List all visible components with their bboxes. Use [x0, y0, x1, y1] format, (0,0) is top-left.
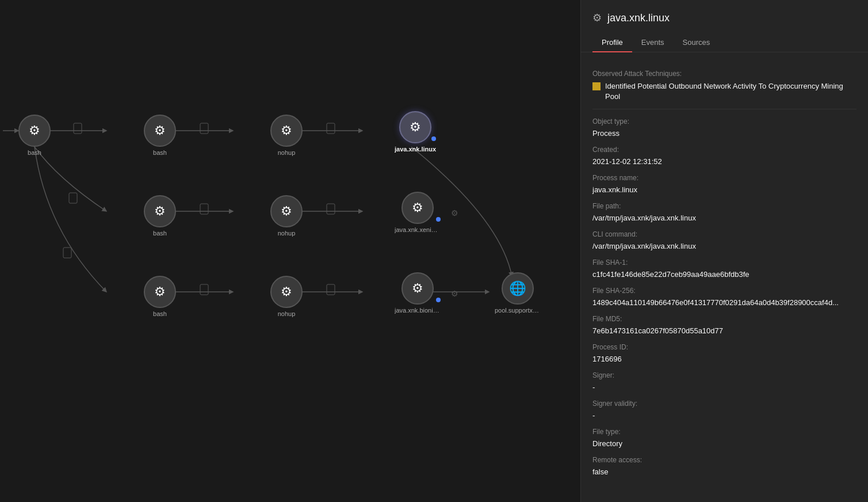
file-path-value: /var/tmp/java.xnk/java.xnk.linux — [592, 214, 856, 222]
node-circle-bash1: ⚙ — [18, 115, 51, 147]
panel-content: Observed Attack Techniques: Identified P… — [581, 52, 868, 502]
graph-area: ⚙ ⚙ ⚙ bash ⚙ bash ⚙ nohup ⚙ — [0, 0, 580, 502]
node-circle-pool-support: 🌐 — [502, 272, 534, 305]
node-bash4[interactable]: ⚙ bash — [144, 276, 176, 317]
gear-icon: ⚙ — [281, 123, 292, 138]
node-circle-bash4: ⚙ — [144, 276, 176, 308]
object-type-label: Object type: — [592, 117, 856, 126]
attack-badge — [592, 82, 601, 90]
node-bash2[interactable]: ⚙ bash — [144, 115, 176, 156]
file-type-label: File type: — [592, 428, 856, 436]
file-md5-value: 7e6b1473161ca0267f05870d55a10d77 — [592, 326, 856, 335]
svg-rect-9 — [327, 204, 335, 214]
tab-sources[interactable]: Sources — [674, 33, 720, 52]
process-id-value: 1716696 — [592, 355, 856, 363]
process-name-label: Process name: — [592, 174, 856, 182]
svg-rect-16 — [63, 248, 71, 258]
node-label-bash3: bash — [153, 230, 167, 237]
svg-text:⚙: ⚙ — [451, 289, 458, 298]
node-label-nohup2: nohup — [278, 230, 296, 237]
file-sha1-label: File SHA-1: — [592, 258, 856, 267]
graph-svg: ⚙ ⚙ — [0, 0, 580, 502]
file-sha256-label: File SHA-256: — [592, 287, 856, 295]
node-label-java-xnk-linux: java.xnk.linux — [395, 146, 436, 153]
node-label-bash1: bash — [28, 149, 41, 156]
node-bash1[interactable]: ⚙ bash — [18, 115, 51, 156]
svg-rect-3 — [200, 123, 208, 134]
gear-icon: ⚙ — [154, 284, 166, 299]
file-path-label: File path: — [592, 202, 856, 210]
panel-title: java.xnk.linux — [607, 12, 670, 24]
node-nohup3[interactable]: ⚙ nohup — [270, 276, 303, 317]
node-nohup2[interactable]: ⚙ nohup — [270, 195, 303, 237]
panel-title-row: ⚙ java.xnk.linux — [592, 12, 856, 24]
svg-rect-1 — [74, 123, 82, 134]
node-label-java-xnk-bionic: java.xnk.bionic...ionic — [395, 307, 441, 314]
node-circle-java-xnk-xenial: ⚙ — [402, 192, 434, 224]
gear-icon: ⚙ — [154, 204, 166, 219]
gear-icon: ⚙ — [281, 204, 292, 219]
side-panel: ⚙ java.xnk.linux Profile Events Sources … — [580, 0, 868, 502]
gear-icon: ⚙ — [412, 281, 423, 296]
node-label-bash2: bash — [153, 149, 167, 156]
gear-icon: ⚙ — [281, 284, 292, 299]
node-circle-nohup3: ⚙ — [270, 276, 303, 308]
node-circle-nohup1: ⚙ — [270, 115, 303, 147]
node-pool-support[interactable]: 🌐 pool.supportxmr....com — [495, 272, 541, 314]
gear-icon: ⚙ — [410, 120, 421, 135]
tab-events[interactable]: Events — [632, 33, 674, 52]
signer-label: Signer: — [592, 371, 856, 379]
attack-technique-row: Identified Potential Outbound Network Ac… — [592, 81, 856, 102]
cli-command-value: /var/tmp/java.xnk/java.xnk.linux — [592, 242, 856, 250]
node-dot-java-xnk-xenial — [436, 217, 441, 222]
panel-tabs: Profile Events Sources — [592, 33, 856, 52]
node-java-xnk-bionic[interactable]: ⚙ java.xnk.bionic...ionic — [395, 272, 441, 314]
file-sha256-value: 1489c404a110149b66476e0f41317770f0291da6… — [592, 298, 856, 307]
node-circle-java-xnk-bionic: ⚙ — [402, 272, 434, 305]
node-label-java-xnk-xenial: java.xnk.xenial...enial — [395, 226, 441, 233]
node-java-xnk-xenial[interactable]: ⚙ java.xnk.xenial...enial — [395, 192, 441, 233]
gear-icon: ⚙ — [592, 12, 602, 24]
gear-icon: ⚙ — [412, 200, 423, 215]
node-bash3[interactable]: ⚙ bash — [144, 195, 176, 237]
remote-access-label: Remote access: — [592, 456, 856, 464]
svg-rect-11 — [200, 284, 208, 295]
node-circle-nohup2: ⚙ — [270, 195, 303, 227]
node-dot-java-xnk-bionic — [436, 298, 441, 302]
gear-icon: ⚙ — [29, 123, 40, 138]
file-type-value: Directory — [592, 439, 856, 448]
signer-value: - — [592, 383, 856, 391]
node-nohup1[interactable]: ⚙ nohup — [270, 115, 303, 156]
observed-attack-techniques-label: Observed Attack Techniques: — [592, 70, 856, 78]
divider-1 — [592, 109, 856, 109]
file-sha1-value: c1fc41fe146de85e22d7ceb99aa49aae6bfdb3fe — [592, 270, 856, 279]
node-label-nohup3: nohup — [278, 310, 296, 317]
gear-icon: ⚙ — [154, 123, 166, 138]
node-java-xnk-linux[interactable]: ⚙ java.xnk.linux — [395, 111, 436, 153]
created-value: 2021-12-02 12:31:52 — [592, 157, 856, 166]
attack-technique-text: Identified Potential Outbound Network Ac… — [605, 81, 856, 102]
globe-icon: 🌐 — [509, 280, 526, 296]
remote-access-value: false — [592, 467, 856, 476]
node-label-pool-support: pool.supportxmr....com — [495, 307, 541, 314]
file-md5-label: File MD5: — [592, 315, 856, 323]
svg-rect-5 — [327, 123, 335, 134]
node-dot-java-xnk-linux — [431, 136, 436, 141]
panel-header: ⚙ java.xnk.linux Profile Events Sources — [581, 0, 868, 52]
node-circle-java-xnk-linux: ⚙ — [399, 111, 431, 143]
created-label: Created: — [592, 146, 856, 154]
signer-validity-label: Signer validity: — [592, 400, 856, 408]
object-type-value: Process — [592, 129, 856, 138]
process-name-value: java.xnk.linux — [592, 185, 856, 194]
svg-rect-7 — [200, 204, 208, 214]
node-circle-bash3: ⚙ — [144, 195, 176, 227]
process-id-label: Process ID: — [592, 343, 856, 351]
node-circle-bash2: ⚙ — [144, 115, 176, 147]
svg-rect-13 — [327, 284, 335, 295]
signer-validity-value: - — [592, 411, 856, 420]
node-label-nohup1: nohup — [278, 149, 296, 156]
cli-command-label: CLI command: — [592, 230, 856, 238]
svg-text:⚙: ⚙ — [451, 208, 458, 218]
svg-rect-15 — [69, 193, 77, 203]
tab-profile[interactable]: Profile — [592, 33, 632, 52]
